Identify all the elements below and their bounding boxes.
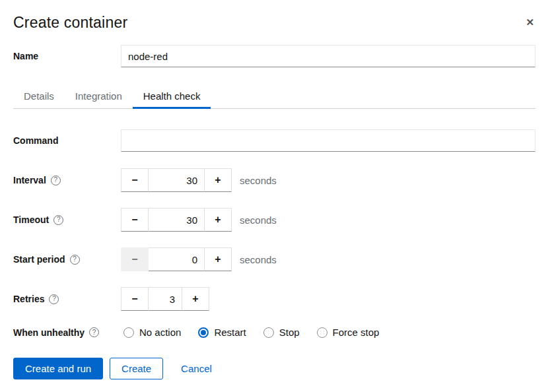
interval-unit: seconds [240, 175, 277, 186]
radio-icon [317, 327, 327, 338]
minus-icon[interactable]: − [121, 287, 149, 311]
name-input[interactable] [121, 45, 535, 67]
help-icon[interactable]: ? [89, 327, 99, 337]
tab-details[interactable]: Details [13, 88, 65, 108]
radio-stop[interactable]: Stop [263, 327, 300, 338]
command-row: Command [13, 129, 535, 152]
help-icon[interactable]: ? [49, 294, 59, 304]
start-period-input[interactable] [149, 247, 204, 271]
when-unhealthy-radio-group: No action Restart Stop Force stop [121, 327, 379, 338]
help-icon[interactable]: ? [70, 255, 80, 265]
retries-row: Retries ? − + [13, 287, 535, 311]
start-period-unit: seconds [240, 254, 277, 265]
minus-icon[interactable]: − [121, 208, 149, 232]
close-icon[interactable]: ✕ [526, 17, 534, 28]
tab-integration[interactable]: Integration [65, 88, 133, 108]
interval-row: Interval ? − + seconds [13, 168, 535, 192]
minus-icon[interactable]: − [121, 168, 149, 192]
start-period-row: Start period ? − + seconds [13, 247, 535, 271]
help-icon[interactable]: ? [53, 215, 63, 225]
interval-stepper: − + [121, 168, 232, 192]
interval-input[interactable] [149, 168, 204, 192]
help-icon[interactable]: ? [51, 176, 61, 185]
plus-icon[interactable]: + [204, 168, 232, 192]
plus-icon[interactable]: + [204, 208, 232, 232]
page-title: Create container [13, 13, 535, 32]
timeout-unit: seconds [240, 214, 277, 226]
name-label: Name [13, 51, 121, 61]
command-input[interactable] [121, 129, 535, 152]
timeout-input[interactable] [149, 208, 204, 232]
radio-restart[interactable]: Restart [198, 327, 246, 338]
radio-icon [263, 327, 274, 338]
cancel-button[interactable]: Cancel [181, 363, 212, 374]
create-container-dialog: Create container ✕ Name Details Integrat… [0, 0, 550, 379]
plus-icon[interactable]: + [182, 287, 209, 311]
dialog-footer: Create and run Create Cancel [13, 358, 535, 379]
retries-input[interactable] [149, 287, 182, 311]
name-row: Name [13, 45, 535, 67]
retries-label: Retries [13, 294, 44, 304]
timeout-stepper: − + [121, 208, 232, 232]
retries-stepper: − + [121, 287, 209, 311]
start-period-label: Start period [13, 254, 65, 265]
tab-bar: Details Integration Health check [13, 88, 535, 109]
when-unhealthy-label: When unhealthy [13, 327, 85, 338]
plus-icon[interactable]: + [204, 247, 232, 271]
interval-label: Interval [13, 175, 46, 185]
radio-force-stop[interactable]: Force stop [317, 327, 380, 338]
when-unhealthy-row: When unhealthy ? No action Restart Stop … [13, 327, 535, 338]
radio-no-action[interactable]: No action [123, 327, 181, 338]
minus-icon: − [121, 247, 149, 271]
tab-health-check[interactable]: Health check [133, 88, 211, 108]
timeout-row: Timeout ? − + seconds [13, 208, 535, 232]
command-label: Command [13, 135, 121, 146]
timeout-label: Timeout [13, 214, 49, 225]
start-period-stepper: − + [121, 247, 232, 271]
dialog-header: Create container ✕ [13, 13, 535, 32]
create-and-run-button[interactable]: Create and run [13, 358, 103, 379]
radio-icon [123, 327, 134, 338]
create-button[interactable]: Create [110, 358, 163, 379]
radio-selected-icon [198, 327, 209, 338]
